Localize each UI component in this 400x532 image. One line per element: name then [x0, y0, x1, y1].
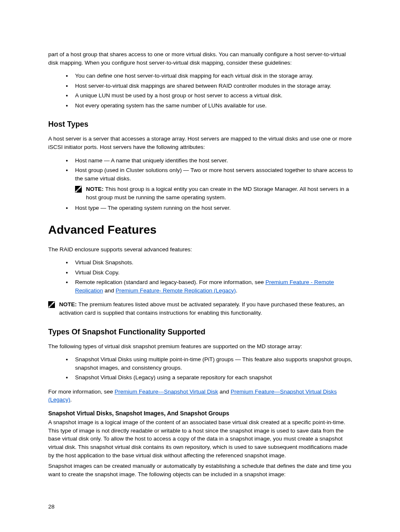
list-item: Not every operating system has the same … [66, 102, 354, 110]
list-item-text-end: . [236, 287, 237, 294]
advanced-features-bullets: Virtual Disk Snapshots. Virtual Disk Cop… [66, 258, 354, 295]
list-item: You can define one host server-to-virtua… [66, 72, 354, 80]
intro-paragraph: part of a host group that shares access … [48, 50, 354, 67]
text-mid: and [218, 389, 231, 395]
premium-remote-replication-legacy-link[interactable]: Premium Feature- Remote Replication (Leg… [116, 287, 236, 294]
note-block: NOTE: This host group is a logical entit… [75, 185, 354, 201]
premium-snapshot-vd-link[interactable]: Premium Feature---Snapshot Virtual Disk [114, 389, 218, 395]
page-number: 28 [48, 503, 354, 511]
advanced-features-paragraph: The RAID enclosure supports several adva… [48, 245, 354, 254]
snapshot-disks-paragraph-2: Snapshot images can be created manually … [48, 462, 354, 478]
snapshot-disks-heading: Snapshot Virtual Disks, Snapshot Images,… [48, 409, 354, 417]
host-types-heading: Host Types [48, 119, 354, 130]
note-text: NOTE: This host group is a logical entit… [86, 185, 354, 201]
list-item: Snapshot Virtual Disks using multiple po… [66, 355, 354, 372]
snapshot-disks-paragraph-1: A snapshot image is a logical image of t… [48, 418, 354, 459]
note-label: NOTE: [86, 186, 105, 192]
list-item-text: Host group (used in Cluster solutions on… [75, 167, 353, 182]
note-icon [48, 301, 55, 310]
host-types-paragraph: A host server is a server that accesses … [48, 135, 354, 151]
snapshot-types-bullets: Snapshot Virtual Disks using multiple po… [66, 355, 354, 382]
advanced-features-heading: Advanced Features [48, 222, 354, 239]
note-icon [75, 186, 82, 195]
snapshot-types-heading: Types Of Snapshot Functionality Supporte… [48, 326, 354, 337]
list-item: Snapshot Virtual Disks (Legacy) using a … [66, 373, 354, 382]
text-end: . [70, 396, 72, 403]
note-text: NOTE: The premium features listed above … [59, 300, 354, 317]
list-item: Host type — The operating system running… [66, 204, 354, 212]
note-body: The premium features listed above must b… [59, 301, 344, 316]
note-label: NOTE: [59, 301, 78, 308]
list-item: Host name — A name that uniquely identif… [66, 156, 354, 165]
list-item-text-pre: Remote replication (standard and legacy-… [75, 279, 265, 285]
list-item: Host group (used in Cluster solutions on… [66, 166, 354, 201]
text-pre: For more information, see [48, 389, 114, 395]
list-item-text-mid: and [103, 287, 116, 294]
host-types-bullets: Host name — A name that uniquely identif… [66, 156, 354, 212]
list-item: Virtual Disk Copy. [66, 269, 354, 277]
list-item: A unique LUN must be used by a host grou… [66, 91, 354, 100]
snapshot-types-more-info: For more information, see Premium Featur… [48, 388, 354, 404]
snapshot-types-paragraph: The following types of virtual disk snap… [48, 342, 354, 351]
list-item: Remote replication (standard and legacy-… [66, 278, 354, 295]
list-item: Host server-to-virtual disk mappings are… [66, 82, 354, 90]
list-item: Virtual Disk Snapshots. [66, 258, 354, 267]
intro-bullets: You can define one host server-to-virtua… [66, 72, 354, 110]
note-body: This host group is a logical entity you … [86, 186, 349, 201]
note-block: NOTE: The premium features listed above … [48, 300, 354, 317]
